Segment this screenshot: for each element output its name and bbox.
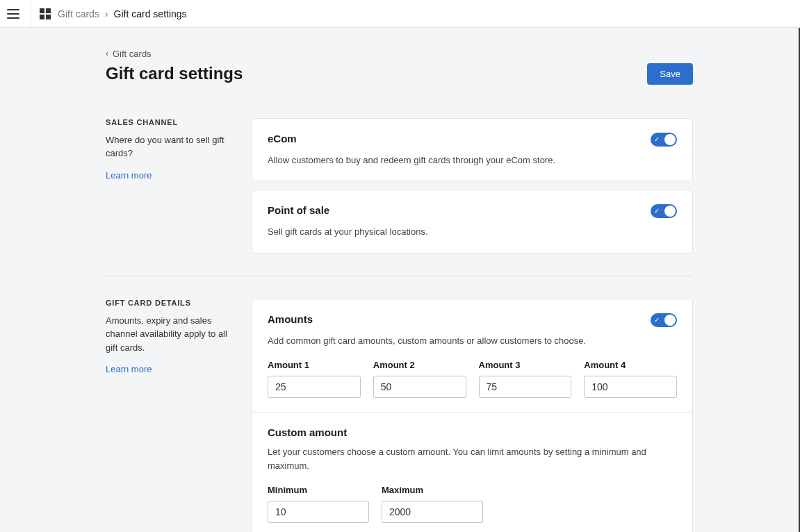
section-title: GIFT CARD DETAILS xyxy=(106,299,238,307)
card-title: eCom xyxy=(268,133,297,144)
breadcrumb: Gift cards › Gift card settings xyxy=(58,8,187,19)
subcard-title: Custom amount xyxy=(268,426,677,438)
chevron-left-icon: ‹ xyxy=(106,49,108,58)
section-divider xyxy=(106,276,693,276)
section-desc: Amounts, expiry and sales channel availa… xyxy=(106,314,238,355)
amount-input-2[interactable] xyxy=(373,376,466,398)
page-title: Gift card settings xyxy=(106,64,243,83)
toggle-knob xyxy=(664,206,676,217)
minimum-input[interactable] xyxy=(268,501,369,523)
field-label: Minimum xyxy=(268,485,369,495)
toggle-knob xyxy=(664,134,676,145)
check-icon: ✓ xyxy=(654,206,660,216)
amount-input-1[interactable] xyxy=(268,376,361,398)
amount-field-4: Amount 4 xyxy=(584,360,677,398)
learn-more-link[interactable]: Learn more xyxy=(106,364,238,374)
toggle-knob xyxy=(664,315,676,326)
field-label: Amount 3 xyxy=(479,360,572,370)
topbar: Gift cards › Gift card settings xyxy=(0,0,800,28)
card-title: Point of sale xyxy=(268,204,329,216)
amount-field-2: Amount 2 xyxy=(373,360,466,398)
field-label: Amount 4 xyxy=(584,360,677,370)
menu-icon[interactable] xyxy=(7,9,19,19)
minimum-field: Minimum xyxy=(268,485,369,523)
card-title: Amounts xyxy=(268,313,313,325)
breadcrumb-parent[interactable]: Gift cards xyxy=(58,8,99,19)
save-button[interactable]: Save xyxy=(647,63,693,85)
subcard-desc: Let your customers choose a custom amoun… xyxy=(268,445,677,472)
back-link-label: Gift cards xyxy=(113,49,152,59)
maximum-field: Maximum xyxy=(382,485,483,523)
amount-field-1: Amount 1 xyxy=(268,360,361,398)
field-label: Amount 2 xyxy=(373,360,466,370)
amount-input-3[interactable] xyxy=(479,376,572,398)
check-icon: ✓ xyxy=(654,135,660,144)
card-ecom: eCom ✓ Allow customers to buy and redeem… xyxy=(252,118,693,182)
learn-more-link[interactable]: Learn more xyxy=(106,170,238,181)
amount-input-4[interactable] xyxy=(584,376,677,398)
section-details: GIFT CARD DETAILS Amounts, expiry and sa… xyxy=(106,299,693,533)
card-desc: Add common gift card amounts, custom amo… xyxy=(268,334,677,348)
card-desc: Sell gift cards at your physical locatio… xyxy=(268,225,677,239)
back-link[interactable]: ‹ Gift cards xyxy=(106,49,152,59)
toggle-amounts[interactable]: ✓ xyxy=(651,313,677,327)
section-title: SALES CHANNEL xyxy=(106,118,238,126)
toggle-ecom[interactable]: ✓ xyxy=(651,133,677,147)
gift-icon xyxy=(40,8,51,19)
breadcrumb-current: Gift card settings xyxy=(114,8,187,19)
field-label: Amount 1 xyxy=(268,360,361,370)
toggle-pos[interactable]: ✓ xyxy=(651,204,677,218)
check-icon: ✓ xyxy=(654,315,660,325)
section-desc: Where do you want to sell gift cards? xyxy=(106,133,238,160)
maximum-input[interactable] xyxy=(382,501,483,523)
breadcrumb-separator: › xyxy=(105,8,108,19)
card-pos: Point of sale ✓ Sell gift cards at your … xyxy=(252,190,693,253)
section-sales-channel: SALES CHANNEL Where do you want to sell … xyxy=(106,118,693,253)
card-custom-amount: Custom amount Let your customers choose … xyxy=(252,412,692,523)
topbar-divider xyxy=(31,0,31,28)
card-amounts: Amounts ✓ Add common gift card amounts, … xyxy=(252,299,693,533)
amount-field-3: Amount 3 xyxy=(479,360,572,398)
field-label: Maximum xyxy=(382,485,483,495)
card-desc: Allow customers to buy and redeem gift c… xyxy=(268,153,677,167)
